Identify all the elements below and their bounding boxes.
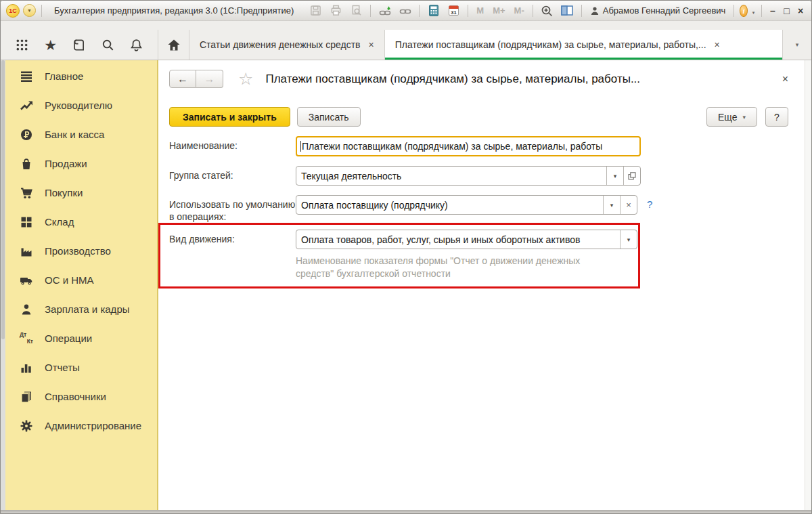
- close-form-icon[interactable]: ×: [782, 73, 788, 85]
- close-tab-icon[interactable]: ×: [369, 39, 374, 50]
- history-icon[interactable]: [72, 39, 85, 51]
- group-field-label: Группа статей:: [169, 166, 296, 186]
- sidebar-item-administration[interactable]: Администрирование: [6, 411, 157, 440]
- tab-list-button[interactable]: ▾: [783, 30, 811, 60]
- group-value: Текущая деятельность: [296, 167, 606, 185]
- name-value: Платежи поставщикам (подрядчикам) за сыр…: [302, 141, 602, 152]
- default-operations-label: Использовать по умолчанию в операциях:: [169, 195, 296, 223]
- chevron-down-icon: ▾: [796, 41, 799, 48]
- books-icon: [20, 390, 33, 404]
- close-tab-icon[interactable]: ×: [715, 39, 720, 50]
- tab-label: Платежи поставщикам (подрядчикам) за сыр…: [395, 39, 706, 50]
- all-functions-menu-icon[interactable]: [16, 39, 28, 51]
- sidebar-item-reports[interactable]: Отчеты: [6, 353, 157, 382]
- main-menu-button[interactable]: ▼: [23, 4, 36, 17]
- forward-button[interactable]: →: [196, 70, 223, 88]
- divider: [419, 5, 420, 17]
- tab-home[interactable]: [158, 30, 189, 60]
- sidebar-scrollbar[interactable]: [1, 60, 5, 510]
- sidebar-item-label: ОС и НМА: [45, 274, 94, 286]
- chevron-down-icon: ▾: [742, 114, 746, 121]
- print-icon[interactable]: [328, 3, 344, 18]
- truck-icon: [20, 274, 33, 287]
- title-bar: 1С ▼ Бухгалтерия предприятия, редакция 3…: [1, 1, 811, 21]
- sidebar-item-label: Банк и касса: [45, 129, 104, 140]
- memory-minus-button[interactable]: M-: [512, 5, 527, 16]
- default-operations-value: Оплата поставщику (подрядчику): [296, 196, 603, 214]
- movement-kind-value: Оплата товаров, работ, услуг, сырья и ин…: [296, 230, 620, 249]
- group-combo[interactable]: Текущая деятельность ▾: [296, 166, 641, 186]
- zoom-icon[interactable]: [539, 3, 556, 18]
- dropdown-arrow-icon[interactable]: ▾: [603, 196, 620, 214]
- sidebar-item-sales[interactable]: Продажи: [6, 149, 157, 178]
- tab-supplier-payments[interactable]: Платежи поставщикам (подрядчикам) за сыр…: [385, 30, 783, 60]
- back-button[interactable]: ←: [169, 70, 196, 88]
- favorites-icon[interactable]: ★: [44, 38, 57, 52]
- window-bottom-frame: [1, 510, 811, 513]
- movement-kind-combo[interactable]: Оплата товаров, работ, услуг, сырья и ин…: [296, 230, 637, 249]
- calendar-day: 31: [451, 9, 457, 16]
- tab-label: Статьи движения денежных средств: [200, 39, 361, 50]
- sidebar-item-label: Руководителю: [45, 100, 112, 111]
- divider: [734, 5, 734, 17]
- clear-field-icon[interactable]: ×: [620, 196, 637, 214]
- user-icon: [590, 6, 600, 16]
- close-window-button[interactable]: ×: [795, 4, 806, 18]
- sidebar-item-operations[interactable]: ДтКт Операции: [6, 324, 157, 353]
- app-window: 1С ▼ Бухгалтерия предприятия, редакция 3…: [0, 0, 812, 514]
- sidebar-item-label: Операции: [45, 333, 92, 344]
- sidebar-item-fixed-assets[interactable]: ОС и НМА: [6, 265, 157, 295]
- maximize-button[interactable]: □: [782, 4, 792, 18]
- sidebar-item-warehouse[interactable]: Склад: [6, 207, 157, 236]
- split-view-icon[interactable]: [559, 3, 576, 18]
- divider: [761, 5, 762, 17]
- section-panel: Главное Руководителю Банк и касса Продаж…: [1, 60, 158, 510]
- blocks-icon: [20, 215, 33, 229]
- sidebar-item-label: Справочники: [45, 391, 106, 402]
- sidebar-item-label: Зарплата и кадры: [45, 303, 130, 315]
- notifications-bell-icon[interactable]: [130, 39, 143, 51]
- get-link-icon[interactable]: [376, 3, 393, 18]
- dropdown-arrow-icon[interactable]: ▾: [606, 167, 623, 185]
- open-element-icon[interactable]: [623, 167, 640, 185]
- sidebar-item-purchases[interactable]: Покупки: [6, 178, 157, 207]
- sidebar-item-salary-hr[interactable]: Зарплата и кадры: [6, 295, 157, 324]
- field-help-link[interactable]: ?: [647, 195, 652, 223]
- go-to-link-icon[interactable]: [397, 3, 413, 18]
- debit-credit-icon: ДтКт: [20, 332, 33, 345]
- tab-cash-flow-items[interactable]: Статьи движения денежных средств ×: [189, 30, 385, 60]
- sidebar-item-label: Производство: [45, 245, 111, 257]
- chevron-down-icon[interactable]: ▾: [752, 10, 755, 16]
- memory-recall-button[interactable]: M: [474, 5, 487, 16]
- gear-icon: [20, 419, 33, 433]
- current-user[interactable]: Абрамов Геннадий Сергеевич: [587, 5, 729, 16]
- sidebar-item-production[interactable]: Производство: [6, 236, 157, 265]
- add-to-favorites-icon[interactable]: ☆: [238, 70, 253, 87]
- divider: [533, 5, 533, 17]
- page-title: Платежи поставщикам (подрядчикам) за сыр…: [265, 72, 773, 86]
- info-button[interactable]: i: [740, 5, 747, 17]
- default-operations-combo[interactable]: Оплата поставщику (подрядчику) ▾ ×: [296, 195, 637, 215]
- save-and-close-button[interactable]: Записать и закрыть: [169, 107, 290, 127]
- sidebar-item-main[interactable]: Главное: [6, 62, 157, 91]
- print-preview-icon[interactable]: [348, 3, 365, 18]
- menu-lines-icon: [20, 70, 33, 83]
- more-button[interactable]: Еще ▾: [706, 107, 757, 127]
- minimize-button[interactable]: –: [767, 4, 778, 18]
- sidebar-item-manager[interactable]: Руководителю: [6, 91, 157, 120]
- calculator-icon[interactable]: [425, 3, 442, 18]
- calendar-icon[interactable]: 31: [445, 3, 462, 18]
- sidebar-item-bank-cash[interactable]: Банк и касса: [6, 120, 157, 149]
- sidebar-item-directories[interactable]: Справочники: [6, 382, 157, 411]
- search-icon[interactable]: [102, 39, 114, 51]
- name-input[interactable]: Платежи поставщикам (подрядчикам) за сыр…: [296, 136, 641, 156]
- help-button[interactable]: ?: [765, 107, 788, 127]
- divider: [468, 5, 468, 17]
- content-scrollbar[interactable]: [805, 60, 811, 510]
- save-button[interactable]: Записать: [297, 107, 361, 127]
- bar-chart-icon: [20, 361, 33, 374]
- movement-kind-hint: Наименование показателя формы "Отчет о д…: [296, 255, 619, 280]
- dropdown-arrow-icon[interactable]: ▾: [620, 230, 637, 249]
- save-icon[interactable]: [307, 3, 324, 18]
- memory-plus-button[interactable]: M+: [490, 5, 508, 16]
